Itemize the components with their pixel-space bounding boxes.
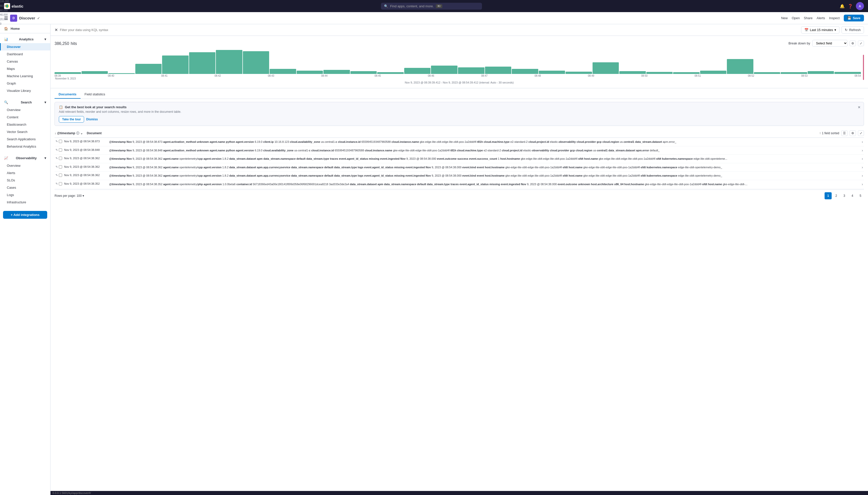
chart-bar[interactable] <box>485 67 512 74</box>
sidebar-item-cases[interactable]: Cases <box>0 184 50 191</box>
chart-bar[interactable] <box>458 67 484 74</box>
breakdown-select[interactable]: Select field <box>812 40 848 47</box>
chart-bar[interactable] <box>54 72 81 74</box>
expand-row-chevron[interactable]: › <box>862 140 863 144</box>
add-integrations-button[interactable]: + Add integrations <box>3 211 47 219</box>
table-view-toggle[interactable]: ☰ <box>841 131 848 136</box>
tab-documents[interactable]: Documents <box>54 90 81 99</box>
sidebar-section-analytics-header[interactable]: 📊 Analytics ▾ <box>0 35 50 43</box>
chart-bar[interactable] <box>727 59 753 74</box>
sidebar-item-maps[interactable]: Maps <box>0 65 50 72</box>
save-button[interactable]: 💾 Save <box>844 15 864 21</box>
chart-bar[interactable] <box>566 72 592 74</box>
expand-row-chevron[interactable]: › <box>862 174 863 177</box>
row-checkbox[interactable] <box>59 182 62 185</box>
row-checkbox[interactable] <box>59 148 62 152</box>
sidebar-item-observability-overview[interactable]: Overview <box>0 162 50 169</box>
chart-bar[interactable] <box>646 72 673 74</box>
field-sorted-badge[interactable]: ↑ 1 field sorted <box>819 132 839 135</box>
expand-row-icon[interactable]: ✎ <box>55 165 58 169</box>
chart-bar[interactable] <box>700 71 727 74</box>
sidebar-item-search-applications[interactable]: Search Applications <box>0 136 50 143</box>
refresh-button[interactable]: ↻ Refresh <box>841 26 864 34</box>
sidebar-item-dashboard[interactable]: Dashboard <box>0 50 50 58</box>
alerts-button[interactable]: Alerts <box>817 16 825 20</box>
row-checkbox[interactable] <box>59 165 62 169</box>
banner-close-icon[interactable]: ✕ <box>858 105 861 109</box>
chart-bar[interactable] <box>108 73 135 74</box>
time-picker-button[interactable]: 📅 Last 15 minutes ▾ <box>801 26 840 34</box>
sidebar-item-discover[interactable]: Discover <box>0 43 50 50</box>
sidebar-item-vector-search[interactable]: Vector Search <box>0 128 50 136</box>
sidebar-item-behavioral-analytics[interactable]: Behavioral Analytics <box>0 143 50 150</box>
chart-bar[interactable] <box>162 55 188 74</box>
chart-bar[interactable] <box>216 50 243 74</box>
chart-bar[interactable] <box>323 70 350 74</box>
sidebar-item-graph[interactable]: Graph <box>0 80 50 87</box>
chart-bar[interactable] <box>135 64 162 74</box>
chart-bar[interactable] <box>808 71 834 74</box>
row-checkbox[interactable] <box>59 157 62 160</box>
chart-bar[interactable] <box>431 66 457 74</box>
new-button[interactable]: New <box>781 16 788 20</box>
page-number[interactable]: 3 <box>841 192 848 199</box>
page-number[interactable]: 5 <box>857 192 864 199</box>
expand-row-icon[interactable]: ✎ <box>55 182 58 185</box>
open-button[interactable]: Open <box>792 16 800 20</box>
table-columns-button[interactable]: ⚙ <box>850 131 856 136</box>
kql-input[interactable] <box>60 28 799 32</box>
kql-close-icon[interactable]: ✕ <box>54 28 58 32</box>
sidebar-item-elasticsearch[interactable]: Elasticsearch <box>0 121 50 128</box>
expand-row-icon[interactable]: ✎ <box>55 140 58 143</box>
chart-bar[interactable] <box>404 68 431 74</box>
expand-row-chevron[interactable]: › <box>862 182 863 186</box>
row-checkbox[interactable] <box>59 174 62 177</box>
chart-bar[interactable] <box>243 51 269 74</box>
chart-bar[interactable] <box>189 52 216 74</box>
expand-row-icon[interactable]: ✎ <box>55 174 58 177</box>
rows-per-page[interactable]: Rows per page: 100 ▾ <box>54 194 84 198</box>
take-tour-button[interactable]: Take the tour <box>59 116 84 123</box>
chart-bar[interactable] <box>619 71 646 74</box>
sidebar-section-search-header[interactable]: 🔍 Search ▾ <box>0 98 50 106</box>
sidebar-item-alerts[interactable]: Alerts <box>0 169 50 176</box>
expand-row-chevron[interactable]: › <box>862 165 863 169</box>
sidebar-home[interactable]: 🏠 Home <box>0 24 50 33</box>
expand-row-chevron[interactable]: › <box>862 157 863 161</box>
sidebar-item-logs[interactable]: Logs <box>0 191 50 199</box>
share-button[interactable]: Share <box>804 16 813 20</box>
tab-field-statistics[interactable]: Field statistics <box>81 90 109 99</box>
chart-bar[interactable] <box>781 72 807 74</box>
chart-bar[interactable] <box>82 71 108 74</box>
sidebar-item-content[interactable]: Content <box>0 114 50 121</box>
chart-bar[interactable] <box>592 62 619 74</box>
page-number[interactable]: 1 <box>824 192 832 199</box>
document-header[interactable]: Document <box>87 132 102 135</box>
table-full-screen[interactable]: ⤢ <box>858 131 864 136</box>
chart-bar[interactable] <box>297 71 323 74</box>
chart-bar[interactable] <box>673 72 700 74</box>
chart-bar[interactable] <box>512 69 538 74</box>
expand-row-icon[interactable]: ✎ <box>55 157 58 160</box>
chart-bar[interactable] <box>539 71 565 74</box>
user-avatar[interactable]: A <box>856 2 864 10</box>
sidebar-item-infrastructure[interactable]: Infrastructure <box>0 199 50 206</box>
notification-icon[interactable]: 🔔 <box>840 4 845 8</box>
sidebar-item-machine-learning[interactable]: Machine Learning <box>0 72 50 80</box>
global-search-bar[interactable]: 🔍 Find apps, content, and more. ⌘/ <box>381 3 482 10</box>
chart-expand-button[interactable]: ⤢ <box>858 40 864 46</box>
help-icon[interactable]: ❓ <box>848 4 853 8</box>
chart-bar[interactable] <box>834 72 861 74</box>
page-number[interactable]: 4 <box>849 192 856 199</box>
expand-row-icon[interactable]: ✎ <box>55 148 58 152</box>
sidebar-item-slos[interactable]: SLOs <box>0 176 50 184</box>
chart-bar[interactable] <box>754 72 780 74</box>
timestamp-sort[interactable]: ↓ @timestamp ⓘ ⌄ <box>54 131 83 136</box>
dismiss-button[interactable]: Dismiss <box>86 116 98 123</box>
sidebar-item-canvas[interactable]: Canvas <box>0 58 50 65</box>
chart-bar[interactable] <box>350 71 377 74</box>
chart-bar[interactable] <box>377 72 404 74</box>
chart-settings-button[interactable]: ⚙ <box>850 40 856 46</box>
chart-bar[interactable] <box>270 69 296 74</box>
row-checkbox[interactable] <box>59 140 62 143</box>
